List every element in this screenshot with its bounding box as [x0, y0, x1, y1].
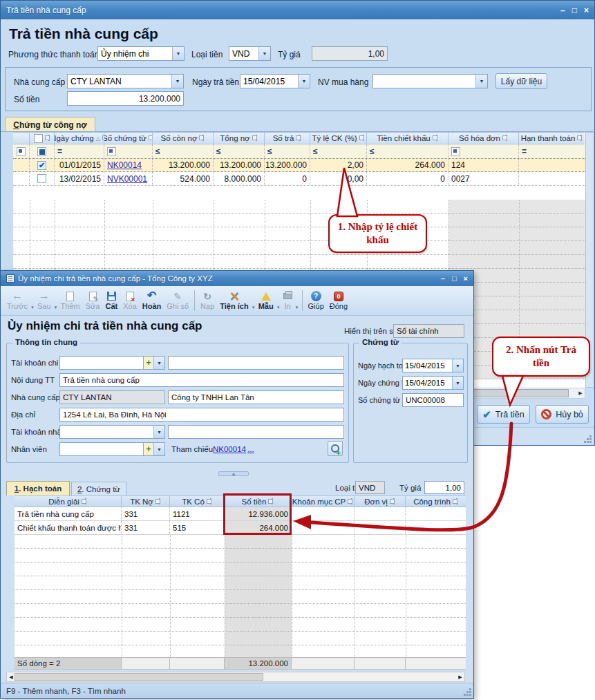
tab-debt-documents[interactable]: Chứng từ công nợ	[5, 117, 95, 132]
scrollbar-thumb[interactable]	[15, 673, 263, 681]
save-button[interactable]: Cất	[103, 290, 121, 312]
header-discount-pct[interactable]: Tỷ lệ CK (%)	[310, 132, 367, 144]
scroll-right-icon[interactable]: ▶	[457, 673, 464, 681]
tab-accounting[interactable]: 1. Hạch toán	[6, 481, 70, 495]
table-row[interactable]: ✔ 01/01/2015 NK00014 13.200.000 13.200.0…	[13, 158, 585, 172]
chevron-down-icon[interactable]: ▼	[452, 359, 463, 372]
filter-doc-no[interactable]	[104, 144, 153, 158]
account-select[interactable]: +▼	[59, 356, 165, 370]
filter-discount-pct[interactable]: ≤	[310, 144, 367, 158]
search-plus-icon[interactable]	[328, 441, 343, 456]
chevron-down-icon[interactable]: ▼	[475, 75, 487, 88]
doc-link[interactable]: NVK00001	[107, 174, 147, 184]
posting-date-select[interactable]: 15/04/2015▼	[402, 359, 464, 372]
chevron-down-icon[interactable]: ▼	[153, 357, 164, 369]
buyer-select[interactable]: ▼	[372, 74, 488, 88]
payment-method-select[interactable]: Ủy nhiệm chi ▼	[97, 46, 185, 61]
chevron-down-icon[interactable]: ▼	[153, 443, 164, 455]
splitter-handle[interactable]	[218, 471, 249, 476]
minimize-icon[interactable]: –	[560, 6, 565, 15]
supplier-name-field[interactable]: Công ty TNHH Lan Tân	[168, 390, 344, 404]
cell-pay-amount[interactable]: 13.200.000	[265, 159, 310, 171]
filter-invoice-no[interactable]	[448, 144, 519, 158]
help-button[interactable]: ?Giúp	[305, 290, 327, 312]
pay-date-select[interactable]: 15/04/2015 ▼	[240, 74, 310, 88]
address-field[interactable]: 1254 Lê Lai, Ba Đình, Hà Nội	[59, 408, 344, 422]
cell-doc-no[interactable]: NVK00001	[104, 172, 153, 185]
header-date[interactable]: Ngày chứng△	[55, 132, 104, 144]
close-icon[interactable]: ×	[584, 6, 589, 15]
reference-more-link[interactable]: ...	[247, 445, 254, 453]
filter-date[interactable]: =	[55, 144, 104, 158]
header-cost-item[interactable]: Khoản mục CP	[292, 495, 355, 507]
filter-discount-amount[interactable]: ≤	[367, 144, 448, 158]
cancel-button[interactable]: Hủy bỏ	[536, 405, 589, 424]
dialog-rate-field[interactable]: 1,00	[424, 481, 464, 494]
chevron-down-icon[interactable]: ▼	[172, 47, 184, 60]
cell-discount-pct[interactable]: 0,00	[310, 172, 367, 185]
cell-checkbox[interactable]: ✔	[30, 159, 55, 171]
header-invoice-no[interactable]: Số hóa đơn	[448, 132, 519, 144]
reference-link[interactable]: NK00014	[213, 445, 246, 453]
doc-date-select[interactable]: 15/04/2015▼	[402, 376, 464, 390]
close-dialog-button[interactable]: 0Đóng	[327, 290, 350, 312]
chevron-down-icon[interactable]: ▼	[452, 377, 463, 389]
receive-account-name-field[interactable]	[168, 425, 344, 439]
dialog-horizontal-scrollbar[interactable]: ◀ ▶	[6, 672, 465, 682]
chevron-down-icon[interactable]: ▼	[171, 75, 183, 88]
maximize-icon[interactable]: □	[452, 274, 457, 283]
header-pay-amount[interactable]: Số trả	[265, 132, 310, 144]
chevron-down-icon[interactable]: ▼	[258, 47, 270, 60]
utilities-button[interactable]: Tiện ích	[217, 290, 251, 312]
chevron-down-icon[interactable]: ▼	[153, 426, 164, 438]
cell-checkbox[interactable]	[30, 172, 55, 185]
chevron-down-icon[interactable]: ▼	[295, 305, 299, 315]
header-select-all[interactable]	[30, 132, 55, 144]
header-debit[interactable]: TK Nợ	[122, 495, 170, 507]
doc-no-field[interactable]: UNC00008	[402, 393, 464, 407]
cell-doc-no[interactable]: NK00014	[104, 159, 153, 171]
checkbox-unchecked-icon[interactable]	[37, 174, 46, 183]
header-project[interactable]: Công trình	[406, 495, 466, 507]
receive-account-select[interactable]: ▼	[59, 425, 165, 439]
checkbox-checked-icon[interactable]: ✔	[37, 161, 46, 170]
doc-link[interactable]: NK00014	[107, 160, 142, 170]
header-remaining[interactable]: Số còn nợ	[153, 132, 214, 144]
header-discount-amount[interactable]: Tiền chiết khấu	[367, 132, 448, 144]
close-icon[interactable]: ×	[464, 274, 468, 283]
account-name-field[interactable]	[168, 356, 344, 370]
currency-select[interactable]: VND ▼	[229, 46, 271, 61]
minimize-icon[interactable]: –	[441, 274, 445, 283]
header-credit[interactable]: TK Có	[170, 495, 225, 507]
tab-documents[interactable]: 2. Chứng từ	[71, 482, 126, 495]
header-unit[interactable]: Đơn vị	[355, 495, 406, 507]
undo-button[interactable]: ↶Hoàn	[140, 290, 164, 312]
cell-pay-amount[interactable]: 0	[265, 172, 310, 185]
table-row[interactable]: 13/02/2015 NVK00001 524.000 8.000.000 0 …	[13, 172, 585, 186]
filter-total-debt[interactable]: ≤	[214, 144, 265, 158]
add-plus-icon[interactable]: +	[143, 357, 153, 369]
filter-pay-amount[interactable]: ≤	[265, 144, 310, 158]
amount-field[interactable]: 13.200.000	[67, 91, 184, 106]
add-plus-icon[interactable]: +	[143, 443, 153, 455]
chevron-down-icon[interactable]: ▼	[298, 75, 310, 88]
pay-button[interactable]: ✔ Trả tiền	[477, 405, 530, 424]
resize-grip-icon[interactable]	[464, 688, 471, 696]
content-field[interactable]: Trả tiền nhà cung cấp	[59, 373, 344, 387]
cell-discount-pct[interactable]: 2,00	[310, 159, 367, 171]
supplier-select[interactable]: CTY LANTAN ▼	[67, 74, 184, 88]
get-data-button[interactable]: Lấy dữ liệu	[495, 73, 547, 89]
employee-select[interactable]: +▼	[59, 442, 165, 456]
scroll-right-icon[interactable]: ▶	[577, 389, 584, 397]
header-due-date[interactable]: Hạn thanh toán	[519, 132, 585, 144]
filter-checkbox[interactable]	[30, 144, 55, 158]
scroll-left-icon[interactable]: ◀	[8, 673, 15, 681]
filter-remaining[interactable]: ≤	[153, 144, 214, 158]
header-doc-no[interactable]: Số chứng từ	[104, 132, 153, 144]
maximize-icon[interactable]: □	[572, 6, 577, 15]
header-total-debt[interactable]: Tổng nợ	[214, 132, 265, 144]
template-button[interactable]: Mẫu	[256, 290, 276, 312]
header-description[interactable]: Diễn giải	[15, 495, 122, 507]
filter-due-date[interactable]: =	[519, 144, 585, 158]
resize-grip-icon[interactable]	[584, 435, 592, 443]
